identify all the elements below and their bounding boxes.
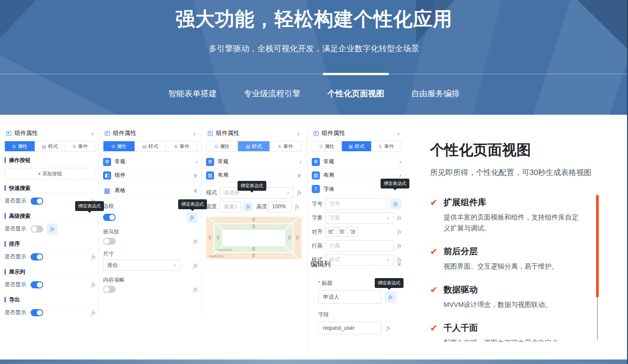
ellipsis-toggle[interactable] <box>103 286 116 293</box>
fx-expression-button[interactable]: fx <box>243 202 253 211</box>
column-field-input[interactable] <box>318 322 381 334</box>
tab-label: 事件 <box>283 143 293 150</box>
group-label: 常规 <box>218 158 229 166</box>
margin-top-value[interactable]: 0 <box>252 218 255 222</box>
group-component[interactable]: ◧ 组件 ∨ <box>103 169 197 182</box>
visibility-toggle[interactable] <box>31 198 43 205</box>
scrollbar-track[interactable] <box>597 297 598 340</box>
visibility-toggle[interactable] <box>31 253 43 261</box>
tab-style[interactable]: ▤样式 <box>135 141 166 151</box>
tab-properties[interactable]: ⊙属性 <box>312 141 342 151</box>
component-icon <box>208 131 213 136</box>
fx-expression-button[interactable]: fx <box>390 198 401 210</box>
visibility-toggle[interactable] <box>31 281 43 288</box>
chevron-right-icon[interactable]: › <box>397 130 399 137</box>
component-props-panel-2: 组件属性 › ⊙属性 ▤样式 ↯事件 ⚙ 常规 › ◧ 组件 ∨ ▦ 表格 ∨ <box>103 129 197 293</box>
section-header: 排序 <box>4 239 95 249</box>
tab-properties[interactable]: ⊙属性 <box>103 141 135 151</box>
margin-label: MARGIN <box>209 255 223 258</box>
chevron-right-icon[interactable]: › <box>193 130 196 137</box>
fx-expression-icon[interactable]: fx <box>91 310 95 315</box>
height-input[interactable] <box>268 201 292 212</box>
fx-expression-button[interactable]: fx <box>385 291 396 303</box>
tab-service-orchestration[interactable]: 自由服务编排 <box>411 74 460 99</box>
fx-expression-button[interactable]: fx <box>47 224 58 234</box>
font-size-input[interactable] <box>325 198 387 210</box>
events-icon: ↯ <box>378 144 382 149</box>
fx-expression-icon[interactable]: fx <box>295 204 299 209</box>
properties-icon: ⊙ <box>319 144 323 149</box>
tab-label: 属性 <box>220 143 230 150</box>
tab-events[interactable]: ↯事件 <box>166 141 197 151</box>
padding-top-value[interactable]: 0 <box>252 225 255 229</box>
chevron-down-icon: ∨ <box>193 187 197 194</box>
fx-expression-icon[interactable]: fx <box>397 215 401 220</box>
chevron-right-icon[interactable]: › <box>91 130 94 137</box>
border-toggle[interactable] <box>103 214 116 221</box>
style-icon: ▤ <box>349 144 353 149</box>
column-title-input[interactable] <box>318 290 381 304</box>
visibility-toggle[interactable] <box>31 225 43 233</box>
tab-smart-form[interactable]: 智能表单搭建 <box>168 74 217 99</box>
tab-style[interactable]: ▤样式 <box>238 141 269 151</box>
align-right-button[interactable] <box>347 227 358 237</box>
check-icon: ✔ <box>430 285 444 310</box>
fx-expression-button[interactable]: fx <box>187 212 197 223</box>
group-general[interactable]: ⚙ 常规 › <box>312 155 401 169</box>
tab-process-engine[interactable]: 专业级流程引擎 <box>244 74 301 99</box>
tab-personalized-view[interactable]: 个性化页面视图 <box>327 74 384 99</box>
page: 强大功能，轻松构建个性化应用 多引擎驱动，全栈可视化开发，满足企业数字化转型全场… <box>0 0 628 364</box>
fx-expression-icon[interactable]: fx <box>193 287 197 292</box>
fx-expression-icon[interactable]: fx <box>397 243 401 248</box>
fx-expression-icon[interactable]: fx <box>91 254 95 260</box>
component-icon <box>314 131 318 136</box>
close-icon[interactable]: × <box>397 261 401 268</box>
add-button[interactable]: + 添加按钮 <box>4 168 95 180</box>
size-select[interactable]: 迷你 ∨ <box>103 260 180 271</box>
tab-label: 样式 <box>148 143 158 150</box>
margin-right-value[interactable]: 0 <box>296 236 299 240</box>
fx-expression-icon[interactable]: fx <box>386 325 390 331</box>
toggle-row: 是否显示 fx <box>4 250 95 263</box>
margin-bottom-value[interactable]: 0 <box>252 254 255 258</box>
feature-desc: 提供丰富的页面模板和组件，支持组件库自定义扩展与调试。 <box>444 212 584 234</box>
tab-events[interactable]: ↯事件 <box>270 141 301 151</box>
tab-events[interactable]: ↯事件 <box>65 141 95 151</box>
group-layout[interactable]: ▥ 布局 ∨ <box>206 169 301 182</box>
align-left-button[interactable] <box>325 227 336 237</box>
padding-right-value[interactable]: 0 <box>288 236 291 240</box>
tab-label: 样式 <box>252 143 262 150</box>
padding-left-value[interactable]: 0 <box>217 236 220 240</box>
fx-expression-icon[interactable]: fx <box>193 238 197 244</box>
active-tab-underline <box>323 73 389 75</box>
fx-expression-icon[interactable]: fx <box>193 263 197 268</box>
gear-icon: ⚙ <box>206 158 214 166</box>
field-control-row: 迷你 ∨ fx <box>103 260 197 271</box>
fx-expression-icon[interactable]: fx <box>297 190 301 195</box>
scrollbar-thumb[interactable] <box>596 195 599 297</box>
tab-style[interactable]: ▤样式 <box>342 141 372 151</box>
margin-left-value[interactable]: 0 <box>209 236 211 240</box>
panel-divider <box>202 126 202 314</box>
subgroup-table[interactable]: ▦ 表格 ∨ <box>103 184 197 197</box>
align-button-group <box>325 227 358 237</box>
line-height-input[interactable] <box>325 240 394 252</box>
panel-header: 组件属性 › <box>103 129 197 138</box>
align-center-button[interactable] <box>336 227 347 237</box>
visibility-toggle[interactable] <box>31 309 43 316</box>
padding-bottom-value[interactable]: 0 <box>252 247 255 252</box>
fx-expression-icon[interactable]: fx <box>91 282 95 288</box>
tab-properties[interactable]: ⊙属性 <box>206 141 238 151</box>
width-input[interactable] <box>220 201 241 212</box>
feature-tabs: 智能表单搭建 专业级流程引擎 个性化页面视图 自由服务编排 <box>0 74 628 99</box>
tab-properties[interactable]: ⊙属性 <box>5 141 35 151</box>
fx-expression-icon[interactable]: fx <box>397 229 401 234</box>
font-weight-select[interactable]: 字重 ∨ <box>325 212 394 224</box>
tab-style[interactable]: ▤样式 <box>35 141 65 151</box>
chevron-right-icon[interactable]: › <box>297 130 300 137</box>
tab-events[interactable]: ↯事件 <box>372 141 401 151</box>
field-field-row: fx <box>310 322 401 334</box>
zebra-toggle[interactable] <box>103 238 116 245</box>
group-general[interactable]: ⚙ 常规 › <box>206 155 301 169</box>
group-general[interactable]: ⚙ 常规 › <box>103 155 197 169</box>
